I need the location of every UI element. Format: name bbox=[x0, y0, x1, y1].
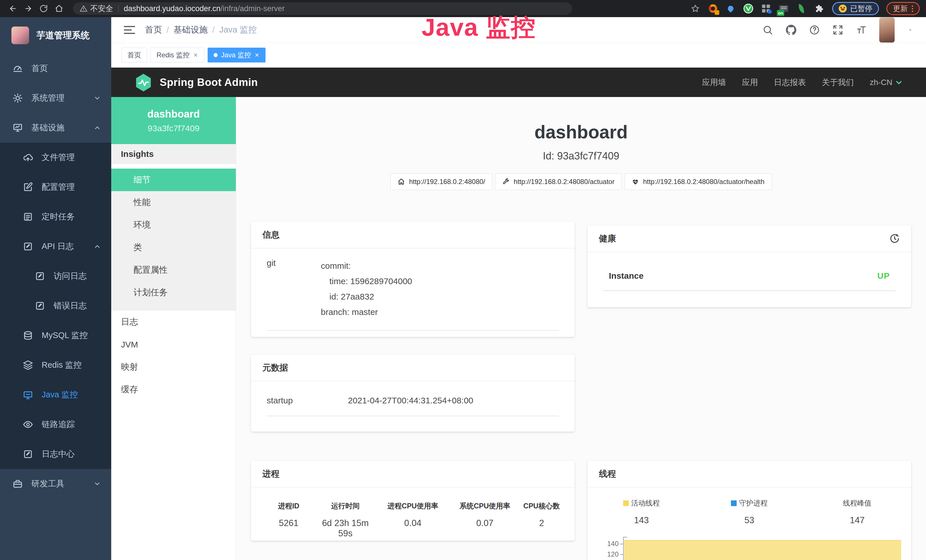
back-icon[interactable] bbox=[6, 2, 20, 15]
toolbox-icon bbox=[12, 479, 23, 489]
sba-navbar: Spring Boot Admin 应用墙 应用 日志报表 关于我们 zh-CN bbox=[111, 68, 926, 97]
sidebar-item-tracing[interactable]: 链路追踪 bbox=[0, 410, 111, 439]
sba-menu-performance[interactable]: 性能 bbox=[111, 191, 236, 214]
dashboard-icon bbox=[12, 64, 23, 74]
sidebar-item-scheduled-jobs[interactable]: 定时任务 bbox=[0, 202, 111, 232]
extension-grid-icon[interactable] bbox=[760, 3, 772, 14]
breadcrumb-home[interactable]: 首页 bbox=[145, 24, 162, 36]
health-row: Instance UP bbox=[603, 262, 896, 291]
sba-locale-select[interactable]: zh-CN bbox=[870, 78, 903, 87]
help-icon[interactable] bbox=[809, 24, 820, 35]
health-instance-label: Instance bbox=[609, 271, 644, 281]
sidebar-item-system[interactable]: 系统管理 bbox=[0, 83, 111, 113]
service-url-button[interactable]: http://192.168.0.2:48080/ bbox=[390, 173, 492, 190]
url-host: dashboard.yudao.iocoder.cn bbox=[124, 4, 221, 13]
sidebar-item-api-log[interactable]: API 日志 bbox=[0, 232, 111, 261]
sba-menu-environment[interactable]: 环境 bbox=[111, 214, 236, 236]
hamburger-icon[interactable] bbox=[124, 25, 135, 35]
sba-menu-mappings[interactable]: 映射 bbox=[111, 356, 236, 378]
sidebar-item-file-management[interactable]: 文件管理 bbox=[0, 143, 111, 172]
sba-nav-about[interactable]: 关于我们 bbox=[822, 77, 854, 88]
tab-java-monitor[interactable]: Java 监控 bbox=[207, 48, 265, 62]
sidebar-item-mysql-monitor[interactable]: MySQL 监控 bbox=[0, 321, 111, 350]
sidebar-item-infrastructure[interactable]: 基础设施 bbox=[0, 113, 111, 143]
threads-card: 线程 活动线程 守护进程 线程峰值 143 53 147 140 120 100 bbox=[587, 461, 911, 560]
tab-label: Redis 监控 bbox=[157, 50, 190, 60]
close-icon[interactable] bbox=[193, 53, 198, 58]
extension-switch-icon[interactable]: on bbox=[778, 3, 790, 14]
sba-menu-config-props[interactable]: 配置属性 bbox=[111, 259, 236, 281]
log-edit-icon bbox=[23, 449, 33, 459]
sba-menu-caches[interactable]: 缓存 bbox=[111, 378, 236, 401]
sidebar-item-devtools[interactable]: 研发工具 bbox=[0, 469, 111, 499]
extension-leaf-icon[interactable] bbox=[796, 3, 807, 14]
card-title: 进程 bbox=[262, 468, 280, 480]
extension-colorful-icon[interactable] bbox=[707, 3, 719, 14]
process-uptime: 6d 23h 15m 59s bbox=[318, 518, 373, 539]
user-avatar[interactable] bbox=[879, 17, 895, 42]
monitor-chart-icon bbox=[12, 123, 23, 133]
health-url-button[interactable]: http://192.168.0.2:48080/actuator/health bbox=[625, 173, 772, 190]
breadcrumb-section[interactable]: 基础设施 bbox=[173, 24, 207, 36]
app-logo: 芋道管理系统 bbox=[0, 17, 111, 54]
fullscreen-icon[interactable] bbox=[832, 24, 843, 35]
history-icon[interactable] bbox=[890, 233, 900, 244]
sba-nav-wall[interactable]: 应用墙 bbox=[702, 77, 726, 88]
sidebar-item-log-center[interactable]: 日志中心 bbox=[0, 439, 111, 469]
sidebar-item-label: 基础设施 bbox=[31, 122, 65, 133]
search-icon[interactable] bbox=[762, 24, 773, 35]
home-icon[interactable] bbox=[53, 2, 66, 15]
sba-menu-scheduled-tasks[interactable]: 计划任务 bbox=[111, 281, 236, 304]
service-url: http://192.168.0.2:48080/ bbox=[409, 178, 485, 186]
chevron-up-icon bbox=[94, 243, 101, 250]
sidebar-item-label: Redis 监控 bbox=[42, 359, 82, 371]
sidebar-item-label: 日志中心 bbox=[42, 448, 75, 460]
sidebar-item-label: 研发工具 bbox=[31, 478, 65, 490]
sba-menu-jvm[interactable]: JVM bbox=[111, 333, 236, 356]
extensions-puzzle-icon[interactable] bbox=[813, 3, 825, 14]
instance-links: http://192.168.0.2:48080/ http://192.168… bbox=[236, 173, 926, 190]
app-title: 芋道管理系统 bbox=[36, 29, 89, 41]
forward-icon[interactable] bbox=[22, 2, 35, 15]
sidebar-item-redis-monitor[interactable]: Redis 监控 bbox=[0, 350, 111, 380]
caret-down-icon[interactable] bbox=[907, 27, 914, 33]
sba-nav-applications[interactable]: 应用 bbox=[742, 77, 758, 88]
sidebar-item-config-management[interactable]: 配置管理 bbox=[0, 172, 111, 202]
browser-update-button[interactable]: 更新 bbox=[887, 2, 920, 15]
sba-brand-title[interactable]: Spring Boot Admin bbox=[160, 76, 258, 88]
process-cpu: 0.04 bbox=[373, 518, 453, 539]
extension-vue-icon[interactable] bbox=[743, 3, 754, 14]
sba-nav-journal[interactable]: 日志报表 bbox=[774, 77, 806, 88]
legend-label: 活动线程 bbox=[631, 498, 660, 508]
sidebar-item-error-log[interactable]: 错误日志 bbox=[0, 291, 111, 321]
system-cpu: 0.07 bbox=[452, 518, 517, 539]
cloud-upload-icon bbox=[23, 152, 33, 163]
instance-header: dashboard 93a3fc7f7409 bbox=[111, 97, 236, 144]
home-icon bbox=[398, 178, 405, 185]
paused-profile-button[interactable]: 已暂停 bbox=[832, 2, 879, 15]
bookmark-star-icon[interactable] bbox=[690, 3, 701, 14]
sidebar-item-access-log[interactable]: 访问日志 bbox=[0, 261, 111, 291]
process-card: 进程 进程ID 运行时间 进程CPU使用率 系统CPU使用率 CPU核心数 52… bbox=[251, 461, 575, 540]
extension-pin-icon[interactable] bbox=[725, 3, 736, 14]
close-icon[interactable] bbox=[254, 53, 260, 58]
sba-menu-logs[interactable]: 日志 bbox=[111, 311, 236, 333]
sba-details-view: dashboard Id: 93a3fc7f7409 http://192.16… bbox=[236, 97, 926, 560]
github-icon[interactable] bbox=[786, 24, 796, 35]
actuator-url-button[interactable]: http://192.168.0.2:48080/actuator bbox=[495, 173, 622, 190]
insights-group: Insights 细节 性能 环境 类 配置属性 计划任务 bbox=[111, 144, 236, 311]
tab-redis-monitor[interactable]: Redis 监控 bbox=[151, 48, 204, 62]
font-size-icon[interactable] bbox=[856, 24, 867, 35]
sidebar-item-home[interactable]: 首页 bbox=[0, 54, 111, 83]
live-threads-area bbox=[624, 540, 901, 560]
sba-menu-details[interactable]: 细节 bbox=[111, 169, 236, 191]
health-url: http://192.168.0.2:48080/actuator/health bbox=[643, 178, 764, 186]
sidebar-item-java-monitor[interactable]: Java 监控 bbox=[0, 380, 111, 410]
info-key: git bbox=[267, 258, 321, 320]
reload-icon[interactable] bbox=[37, 2, 50, 15]
edit-icon bbox=[23, 182, 33, 192]
tab-home[interactable]: 首页 bbox=[121, 48, 147, 62]
paused-label: 已暂停 bbox=[850, 4, 872, 14]
sba-menu-classes[interactable]: 类 bbox=[111, 236, 236, 259]
breadcrumb: 首页 / 基础设施 / Java 监控 bbox=[145, 24, 257, 36]
